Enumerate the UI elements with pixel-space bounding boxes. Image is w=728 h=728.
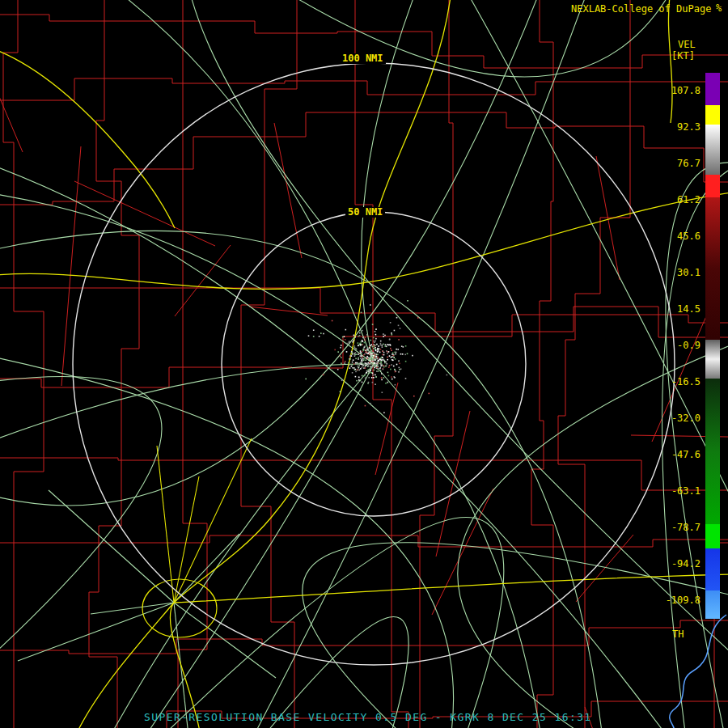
road <box>18 603 174 661</box>
velocity-echo <box>375 334 377 336</box>
colorbar-segment <box>705 340 720 379</box>
velocity-echo <box>370 340 372 341</box>
velocity-echo <box>393 357 395 358</box>
velocity-echo <box>368 359 370 361</box>
velocity-echo <box>381 345 383 346</box>
velocity-echo <box>362 375 363 377</box>
velocity-echo <box>349 341 350 343</box>
velocity-echo <box>395 353 396 355</box>
colorbar-segment <box>705 379 720 524</box>
velocity-echo <box>379 368 381 370</box>
velocity-echo <box>352 362 353 363</box>
velocity-echo <box>377 358 379 360</box>
velocity-echo <box>361 312 362 314</box>
velocity-echo <box>376 356 378 358</box>
velocity-echo <box>386 363 387 365</box>
velocity-echo <box>400 328 401 329</box>
velocity-echo <box>368 369 370 370</box>
velocity-echo <box>382 354 383 356</box>
velocity-echo <box>373 377 375 379</box>
velocity-echo <box>383 369 384 370</box>
velocity-echo <box>375 358 376 360</box>
velocity-echo <box>351 355 353 357</box>
colorbar-segment <box>705 105 720 125</box>
velocity-echo <box>396 349 397 350</box>
velocity-echo <box>387 344 388 345</box>
road <box>0 167 664 728</box>
velocity-echo <box>362 341 364 342</box>
velocity-echo <box>388 351 390 353</box>
road <box>0 194 374 364</box>
velocity-echo <box>361 362 362 363</box>
velocity-echo <box>382 351 383 353</box>
velocity-echo <box>323 374 324 375</box>
highway <box>0 273 349 289</box>
velocity-echo <box>368 373 370 375</box>
colorbar-tick-label: -78.7 <box>655 523 700 533</box>
velocity-echo <box>383 336 384 337</box>
colorbar-segment <box>705 73 720 105</box>
velocity-echo <box>348 362 349 364</box>
velocity-echo <box>356 380 358 382</box>
velocity-echo <box>387 372 389 374</box>
velocity-echo <box>392 353 394 355</box>
colorbar-tick-label: 107.8 <box>655 86 700 96</box>
colorbar-tick-label: -94.2 <box>655 559 700 569</box>
velocity-echo <box>383 333 384 335</box>
velocity-echo <box>385 344 387 345</box>
velocity-echo <box>341 345 342 346</box>
county-boundary <box>558 0 630 728</box>
velocity-echo <box>382 365 383 366</box>
velocity-echo <box>386 362 387 363</box>
velocity-echo <box>372 358 374 359</box>
velocity-echo <box>360 350 362 352</box>
velocity-echo <box>368 370 370 372</box>
velocity-echo <box>393 376 395 378</box>
velocity-echo <box>372 375 374 376</box>
velocity-echo <box>360 345 362 346</box>
velocity-echo <box>395 384 396 386</box>
velocity-echo <box>353 345 354 346</box>
county-boundary <box>0 78 728 100</box>
velocity-echo <box>396 364 398 366</box>
velocity-echo <box>356 362 358 364</box>
velocity-echo <box>349 365 350 366</box>
velocity-echo <box>447 375 448 376</box>
city-ring-road <box>142 579 217 637</box>
velocity-echo <box>352 352 353 353</box>
velocity-echo <box>374 366 375 368</box>
velocity-echo <box>386 346 387 348</box>
velocity-echo <box>390 348 392 349</box>
velocity-echo <box>370 350 372 352</box>
county-boundary <box>531 0 558 728</box>
velocity-echo <box>365 367 366 369</box>
velocity-echo <box>378 345 379 347</box>
velocity-echo <box>358 367 359 369</box>
velocity-echo <box>362 382 363 383</box>
velocity-echo <box>351 366 353 367</box>
velocity-echo <box>383 354 385 356</box>
velocity-echo <box>398 371 400 373</box>
velocity-echo <box>358 365 360 366</box>
velocity-echo <box>393 366 395 367</box>
velocity-echo <box>391 376 392 378</box>
velocity-echo <box>352 341 353 343</box>
colorbar-tick-label: -47.6 <box>655 450 700 460</box>
velocity-echo <box>388 366 390 368</box>
velocity-echo <box>388 375 390 377</box>
velocity-echo <box>387 353 388 354</box>
velocity-echo <box>398 325 400 327</box>
velocity-echo <box>382 392 383 393</box>
velocity-echo <box>400 353 402 355</box>
velocity-echo <box>358 358 359 360</box>
velocity-echo <box>382 346 383 348</box>
colorbar-tick-label: 92.3 <box>655 122 700 133</box>
range-ring-label-50nmi: 50 NMI <box>345 207 385 218</box>
velocity-echo <box>375 328 377 330</box>
velocity-echo <box>389 365 391 366</box>
velocity-echo <box>353 335 355 336</box>
velocity-echo <box>358 357 359 358</box>
velocity-echo <box>360 358 362 359</box>
velocity-echo <box>373 341 375 342</box>
velocity-echo <box>341 380 343 382</box>
